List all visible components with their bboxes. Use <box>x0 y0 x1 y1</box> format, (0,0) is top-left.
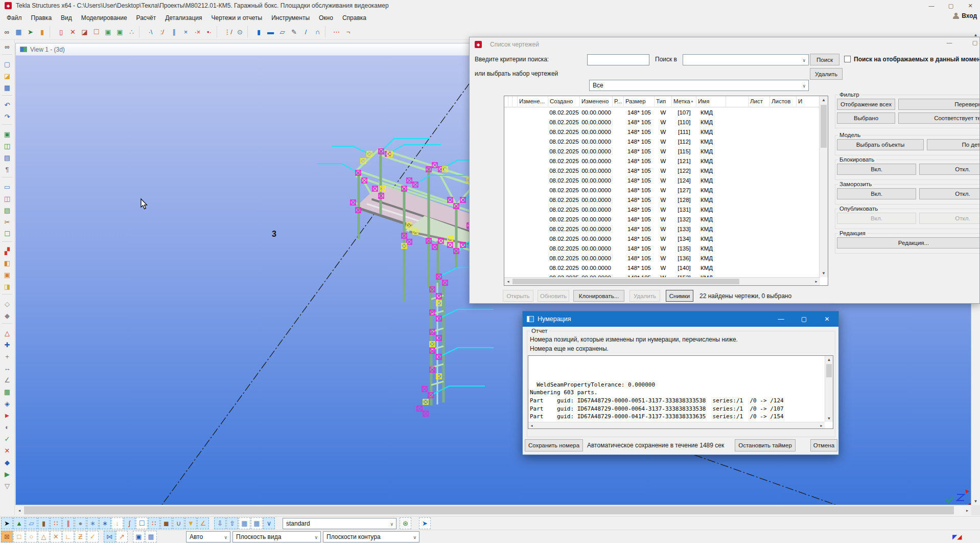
display-all-button[interactable]: Отображение всех <box>837 99 895 110</box>
snapshots-button[interactable]: Снимки <box>666 290 693 302</box>
open-box-icon[interactable]: ◨ <box>2 281 13 292</box>
close-button[interactable]: ✕ <box>961 0 980 11</box>
select-assembly-icon[interactable]: ∷ <box>148 517 160 529</box>
stop-timer-button[interactable]: Остановить таймер <box>735 439 796 451</box>
rotate-copy-icon[interactable]: ▣ <box>114 26 126 38</box>
scroll-left-arrow[interactable]: ◂ <box>15 505 24 515</box>
КМД[interactable]: 08.02.2025 00.00.0000 148* 105 W [131] К… <box>504 205 819 214</box>
КМД[interactable]: 08.02.2025 00.00.0000 148* 105 W [111] К… <box>504 127 819 137</box>
component-icon[interactable]: ◆ <box>2 457 13 468</box>
stamp-icon[interactable]: ▞ <box>2 245 13 257</box>
column-header[interactable]: Изменено <box>580 96 613 107</box>
copy-special-icon[interactable]: ▤ <box>2 152 13 164</box>
select-planes-icon[interactable]: ∠ <box>197 517 209 529</box>
grid-magnet-icon[interactable]: ▦ <box>145 531 157 542</box>
menu-item[interactable]: Правка <box>27 12 57 24</box>
КМД[interactable]: 08.02.2025 00.00.0000 148* 105 W [140] К… <box>504 263 819 273</box>
save-numbers-button[interactable]: Сохранить номера <box>525 439 583 451</box>
arc-tool-icon[interactable]: ∩ <box>312 26 323 38</box>
snap-ref-icon[interactable]: ⋮/ <box>222 26 234 38</box>
save-icon[interactable]: ▦ <box>2 82 13 94</box>
snap-extension-icon[interactable]: Ƶ <box>75 531 86 542</box>
column-header[interactable]: Создано <box>548 96 580 107</box>
select-joints-icon[interactable]: ∗ <box>87 517 99 529</box>
КМД[interactable]: 08.02.2025 00.00.0000 148* 105 W [133] К… <box>504 224 819 234</box>
dialog-titlebar[interactable]: Нумерация — ▢ ✕ <box>523 311 838 327</box>
check-model-icon[interactable]: ✓ <box>2 433 13 445</box>
scroll-right-arrow[interactable]: ▸ <box>818 422 825 428</box>
table-vscrollbar[interactable]: ▲ ▼ <box>819 96 828 277</box>
maximize-button[interactable]: ▢ <box>941 0 961 11</box>
select-plane-tool-icon[interactable]: ∨ <box>263 517 275 529</box>
snap-near-icon[interactable]: ·× <box>192 26 203 38</box>
КМД[interactable]: 08.02.2025 00.00.0000 148* 105 W [128] К… <box>504 195 819 205</box>
КМД[interactable]: 08.02.2025 00.00.0000 148* 105 W [107] К… <box>504 107 819 117</box>
menu-item[interactable]: Моделирование <box>77 12 132 24</box>
freeze-on-button[interactable]: Вкл. <box>837 188 916 199</box>
column-header[interactable] <box>508 96 512 107</box>
update-button[interactable]: Обновить <box>538 290 569 302</box>
select-depth-up-icon[interactable]: ⇧ <box>226 517 238 529</box>
КМД[interactable]: 08.02.2025 00.00.0000 148* 105 W [110] К… <box>504 117 819 127</box>
scroll-right-arrow[interactable]: ▸ <box>963 505 971 515</box>
delete-button[interactable]: Удалить <box>629 290 660 302</box>
select-parts-icon[interactable]: ▲ <box>13 517 25 529</box>
minimize-button[interactable]: — <box>769 311 792 327</box>
snap-auto-combo[interactable]: Авто∨ <box>186 531 230 542</box>
snap-plane-combo[interactable]: Плоскость вида∨ <box>232 531 321 542</box>
КМД[interactable]: 08.02.2025 00.00.0000 148* 105 W [121] К… <box>504 156 819 166</box>
column-header[interactable]: Р... <box>613 96 624 107</box>
log-hscrollbar[interactable]: ◂ ▸ <box>528 422 825 428</box>
measure-icon[interactable]: + <box>2 351 13 363</box>
numbering-log[interactable]: WeldSeamPropertyTolerance: 0.000000Numbe… <box>528 355 833 429</box>
phase-icon[interactable]: ◐ <box>2 421 13 433</box>
pen-tool-icon[interactable]: ✎ <box>288 26 300 38</box>
scroll-thumb[interactable] <box>24 506 954 514</box>
freeze-off-button[interactable]: Откл. <box>919 188 980 199</box>
fly-tool-icon[interactable]: ➤ <box>25 26 36 38</box>
column-header[interactable] <box>512 96 518 107</box>
snap-mid-icon[interactable]: :/ <box>156 26 168 38</box>
snap-parallel-icon[interactable]: ∥ <box>168 26 180 38</box>
snap-outline-combo[interactable]: Плоскости контура∨ <box>323 531 419 542</box>
column-header[interactable]: Размер <box>624 96 655 107</box>
folder-icon[interactable]: ◧ <box>2 257 13 269</box>
publish-on-button[interactable]: Вкл. <box>837 213 916 224</box>
beam-tool-icon[interactable]: ▬ <box>265 26 276 38</box>
snap-direction-icon[interactable]: ↗ <box>116 531 128 542</box>
invert-button[interactable]: Перевернуть <box>898 99 980 110</box>
snap-cross-icon[interactable]: × <box>180 26 192 38</box>
box-icon[interactable]: ▣ <box>2 269 13 281</box>
snap-circle-icon[interactable]: ⊙ <box>234 26 246 38</box>
КМД[interactable]: 08.02.2025 00.00.0000 148* 105 W [135] К… <box>504 243 819 253</box>
scroll-down-arrow[interactable]: ▼ <box>971 497 980 505</box>
dialog-titlebar[interactable]: ◆ Список чертежей <box>470 37 979 52</box>
menu-item[interactable]: Детализация <box>160 12 206 24</box>
flag-icon[interactable]: ► <box>2 410 13 421</box>
select-depth-down-icon[interactable]: ⇩ <box>214 517 226 529</box>
scroll-up-arrow[interactable]: ▲ <box>825 356 833 363</box>
clash-icon[interactable]: ✕ <box>2 445 13 457</box>
erase-view-icon[interactable]: ✕ <box>67 26 79 38</box>
menu-item[interactable]: Файл <box>2 12 27 24</box>
column-header[interactable]: Листов <box>770 96 797 107</box>
snap-midpoint-icon[interactable]: △ <box>38 531 50 542</box>
snap-intersection-icon[interactable]: ✕ <box>50 531 62 542</box>
snap-center-icon[interactable]: ○ <box>26 531 37 542</box>
search-visible-checkbox[interactable] <box>844 56 851 62</box>
search-input[interactable] <box>587 54 649 65</box>
cut-icon[interactable]: ✂ <box>2 216 13 228</box>
snap-priority-icon[interactable]: ⋈ <box>104 531 115 542</box>
open-model-icon[interactable]: ◪ <box>2 70 13 82</box>
menu-item[interactable]: Расчёт <box>132 12 161 24</box>
marquee-icon[interactable]: ☐ <box>2 228 13 240</box>
select-grids-icon[interactable]: ∷ <box>50 517 62 529</box>
select-gridlines-icon[interactable]: ∥ <box>62 517 74 529</box>
КМД[interactable]: 08.02.2025 00.00.0000 148* 105 W [112] К… <box>504 137 819 146</box>
menu-item[interactable]: Окно <box>314 12 338 24</box>
selection-area-icon[interactable]: ☐ <box>90 26 102 38</box>
КМД[interactable]: 08.02.2025 00.00.0000 148* 105 W [115] К… <box>504 146 819 156</box>
select-loads-icon[interactable]: ▼ <box>185 517 197 529</box>
selection-filter-combo[interactable]: standard ∨ <box>283 518 396 529</box>
revision-button[interactable]: Редакция... <box>837 237 980 248</box>
